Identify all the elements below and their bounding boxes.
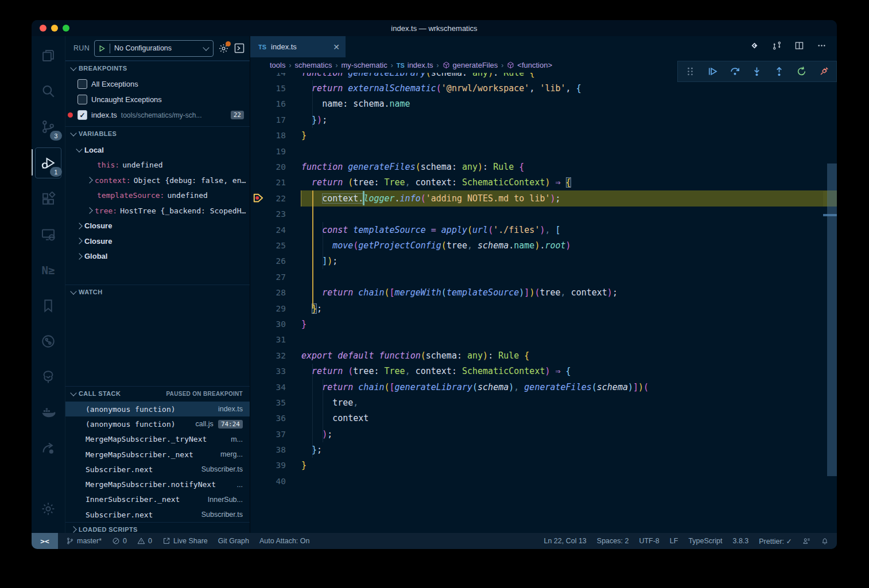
run-debug-icon[interactable]: 1 [35, 147, 61, 178]
call-stack-frame[interactable]: MergeMapSubscriber._tryNextm... [65, 432, 250, 447]
code-line[interactable]: 40 [250, 473, 837, 489]
status-item-git-branch[interactable]: master* [66, 537, 102, 545]
code-line[interactable]: 19 [250, 143, 837, 159]
code-line[interactable]: 24 const templateSource = apply(url('./f… [250, 222, 837, 237]
status-item-errors[interactable]: 0 [112, 537, 127, 545]
breakpoint-row[interactable]: All Exceptions [65, 76, 250, 92]
gitlens-icon[interactable] [750, 41, 759, 53]
editor-scrollbar[interactable] [823, 73, 837, 533]
code-line[interactable]: 28 return chain([mergeWith(templateSourc… [250, 285, 837, 300]
status-item[interactable]: Prettier: ✓ [759, 537, 792, 546]
status-item[interactable]: Spaces: 2 [597, 537, 629, 545]
code-line[interactable]: 39} [250, 458, 837, 473]
code-line[interactable]: 29 }; [250, 301, 837, 316]
code-line[interactable]: 30} [250, 316, 837, 332]
code-line[interactable]: 18} [250, 128, 837, 143]
scrollbar-thumb[interactable] [827, 163, 837, 476]
breadcrumb-item[interactable]: <function> [507, 61, 552, 69]
breadcrumb-item[interactable]: TSindex.ts [397, 61, 433, 69]
call-stack-frame[interactable]: InnerSubscriber._nextInnerSub... [65, 492, 250, 507]
code-line[interactable]: 23 [250, 207, 837, 222]
code-line[interactable]: 21 return (tree: Tree, context: Schemati… [250, 175, 837, 190]
restart-icon[interactable] [796, 66, 807, 77]
line-number[interactable]: 37 [250, 430, 301, 439]
line-number[interactable]: 40 [250, 477, 301, 486]
breakpoints-section-header[interactable]: BREAKPOINTS [65, 61, 250, 75]
line-number[interactable]: 27 [250, 272, 301, 282]
line-number[interactable]: 33 [250, 367, 301, 376]
code-line[interactable]: 22 context.logger.info('adding NOTES.md … [250, 190, 837, 206]
compare-changes-icon[interactable] [772, 41, 782, 53]
call-stack-frame[interactable]: (anonymous function)call.js74:24 [65, 416, 250, 431]
line-number[interactable]: 26 [250, 256, 301, 266]
call-stack-section-header[interactable]: CALL STACK PAUSED ON BREAKPOINT [65, 386, 250, 400]
variable-row[interactable]: tree:HostTree {_backend: ScopedH… [65, 203, 250, 219]
call-stack-frame[interactable]: (anonymous function)index.ts [65, 402, 250, 416]
line-number[interactable]: 30 [250, 320, 301, 329]
line-number[interactable]: 32 [250, 351, 301, 360]
line-number[interactable]: 24 [250, 225, 301, 235]
code-line[interactable]: 31 [250, 332, 837, 348]
line-number[interactable]: 38 [250, 445, 301, 454]
line-number[interactable]: 19 [250, 147, 301, 156]
tab-index-ts[interactable]: TS index.ts ✕ [250, 36, 346, 57]
step-into-icon[interactable] [751, 66, 762, 77]
code-line[interactable]: 16 name: schema.name [250, 96, 837, 112]
code-line[interactable]: 15 return externalSchematic('@nrwl/works… [250, 80, 837, 96]
call-stack-frame[interactable]: Subscriber.nextSubscriber.ts [65, 507, 250, 522]
line-number[interactable]: 23 [250, 209, 301, 219]
status-item-warnings[interactable]: 0 [137, 537, 152, 545]
line-number[interactable]: 29 [250, 304, 301, 313]
line-number[interactable]: 25 [250, 241, 301, 250]
code-line[interactable]: 26 ]); [250, 254, 837, 269]
debug-console-icon[interactable] [234, 42, 245, 54]
code-line[interactable]: 27 [250, 269, 837, 285]
debug-current-line-breakpoint-icon[interactable] [253, 193, 263, 203]
drag-handle-icon[interactable] [685, 66, 696, 77]
status-item[interactable]: Git Graph [218, 537, 249, 545]
code-editor[interactable]: 14function generateLibrary(schema: any):… [250, 73, 837, 533]
source-control-icon[interactable]: 3 [36, 112, 61, 142]
status-item[interactable]: Auto Attach: On [259, 537, 310, 545]
remote-explorer-icon[interactable] [36, 220, 61, 250]
settings-gear-icon[interactable] [36, 494, 61, 524]
code-line[interactable]: 34 return chain([generateLibrary(schema)… [250, 379, 837, 395]
status-item-live-share[interactable]: Live Share [162, 537, 208, 545]
breadcrumb-item[interactable]: generateFiles [443, 61, 498, 69]
configure-gear-icon[interactable] [218, 43, 229, 54]
line-number[interactable]: 21 [250, 178, 301, 187]
breadcrumb-item[interactable]: my-schematic [342, 61, 387, 69]
line-number[interactable]: 36 [250, 414, 301, 423]
line-number[interactable]: 34 [250, 383, 301, 392]
test-tree-icon[interactable] [36, 362, 61, 392]
call-stack-frame[interactable]: MergeMapSubscriber.notifyNext... [65, 477, 250, 492]
status-item[interactable]: 3.8.3 [732, 537, 748, 545]
status-item-feedback[interactable] [802, 537, 810, 545]
history-icon[interactable] [36, 326, 61, 356]
extensions-icon[interactable] [36, 184, 61, 214]
breadcrumb-item[interactable]: schematics [294, 61, 332, 69]
breakpoint-row[interactable]: Uncaught Exceptions [65, 92, 250, 107]
variable-row[interactable]: Closure [65, 233, 250, 249]
line-number[interactable]: 17 [250, 115, 301, 124]
call-stack-frame[interactable]: MergeMapSubscriber._nextmerg... [65, 447, 250, 462]
variable-row[interactable]: Local [65, 142, 250, 158]
nx-console-icon[interactable]: N≥ [36, 255, 61, 285]
step-over-icon[interactable] [730, 66, 740, 77]
line-number[interactable]: 15 [250, 84, 301, 93]
breakpoint-checkbox[interactable] [77, 95, 87, 104]
variable-row[interactable]: context:Object {debug: false, en… [65, 173, 250, 188]
line-number[interactable]: 28 [250, 288, 301, 297]
docker-icon[interactable] [36, 398, 61, 427]
status-item[interactable]: Ln 22, Col 13 [544, 537, 586, 545]
line-number[interactable]: 14 [250, 73, 301, 77]
search-icon[interactable] [36, 76, 61, 106]
code-line[interactable]: 17 }); [250, 112, 837, 127]
variable-row[interactable]: templateSource:undefined [65, 188, 250, 204]
variables-section-header[interactable]: VARIABLES [65, 126, 250, 141]
debug-config-dropdown[interactable]: No Configurations [94, 40, 214, 57]
status-item-bell[interactable] [821, 537, 829, 545]
variable-row[interactable]: Closure [65, 219, 250, 234]
code-line[interactable]: 37 ); [250, 426, 837, 442]
continue-icon[interactable] [707, 66, 718, 77]
